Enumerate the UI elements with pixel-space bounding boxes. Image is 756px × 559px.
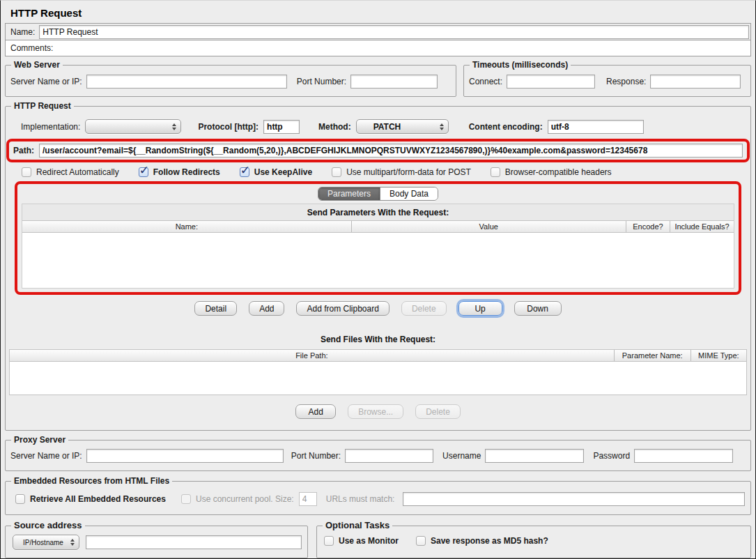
proxy-server-name-input[interactable] [86, 449, 284, 463]
comments-input[interactable] [53, 41, 749, 56]
connect-timeout-label: Connect: [469, 77, 502, 86]
method-dropdown[interactable]: PATCH [356, 119, 449, 134]
server-name-input[interactable] [86, 75, 287, 89]
optional-tasks-group: Optional Tasks Use as Monitor Save respo… [316, 526, 751, 558]
browse-button: Browse... [348, 404, 403, 419]
use-keepalive-checkbox[interactable]: Use KeepAlive [240, 167, 312, 177]
pool-size-input [299, 492, 317, 506]
comments-row: Comments: [6, 40, 750, 56]
column-header-mime-type[interactable]: MIME Type: [691, 350, 746, 361]
files-table-header: File Path: Parameter Name: MIME Type: [10, 350, 746, 362]
port-number-input[interactable] [350, 75, 438, 89]
dropdown-arrows-icon [172, 123, 176, 130]
retrieve-embedded-resources-checkbox[interactable]: Retrieve All Embedded Resources [15, 494, 166, 504]
add-parameter-button[interactable]: Add [249, 301, 284, 316]
protocol-input[interactable] [263, 120, 300, 134]
connect-timeout-input[interactable] [507, 75, 595, 89]
column-header-include-equals[interactable]: Include Equals? [670, 221, 734, 232]
web-server-group: Web Server Server Name or IP: Port Numbe… [5, 65, 456, 97]
files-table-body[interactable] [10, 362, 746, 395]
tab-body-data[interactable]: Body Data [380, 187, 438, 200]
name-row: Name: [6, 24, 750, 40]
proxy-username-label: Username [442, 451, 481, 461]
source-address-input[interactable] [86, 535, 302, 549]
checkbox-label: Redirect Automatically [36, 167, 119, 177]
response-timeout-label: Response: [606, 77, 646, 86]
protocol-label: Protocol [http]: [198, 122, 259, 132]
implementation-label: Implementation: [21, 122, 80, 132]
urls-must-match-input[interactable] [403, 492, 745, 506]
implementation-dropdown[interactable] [85, 119, 181, 134]
save-response-md5-checkbox[interactable]: Save response as MD5 hash? [416, 536, 548, 546]
column-header-value[interactable]: Value [351, 221, 626, 232]
send-parameters-caption: Send Parameters With the Request: [22, 204, 734, 220]
proxy-port-label: Port Number: [291, 451, 341, 461]
checkbox-box [416, 536, 426, 546]
add-from-clipboard-button[interactable]: Add from Clipboard [296, 301, 389, 316]
parameters-panel: Send Parameters With the Request: Name: … [22, 204, 734, 289]
column-header-parameter-name[interactable]: Parameter Name: [614, 350, 691, 361]
page-title: HTTP Request [1, 1, 755, 23]
column-header-name[interactable]: Name: [22, 221, 351, 232]
server-name-label: Server Name or IP: [10, 77, 82, 86]
proxy-password-label: Password [593, 451, 630, 461]
checkbox-label: Follow Redirects [153, 167, 220, 177]
checkbox-label: Use as Monitor [339, 536, 399, 546]
use-as-monitor-checkbox[interactable]: Use as Monitor [324, 536, 399, 546]
parameters-bodydata-tabs: Parameters Body Data [318, 187, 438, 201]
web-server-title: Web Server [11, 60, 63, 70]
proxy-server-name-label: Server Name or IP: [10, 451, 82, 461]
redirect-automatically-checkbox[interactable]: Redirect Automatically [22, 167, 119, 177]
files-table: File Path: Parameter Name: MIME Type: [9, 349, 747, 395]
proxy-username-input[interactable] [485, 449, 584, 463]
source-address-type-value: IP/Hostname [20, 539, 66, 546]
timeouts-group: Timeouts (milliseconds) Connect: Respons… [463, 65, 751, 97]
checkbox-label: Save response as MD5 hash? [431, 536, 548, 546]
use-multipart-checkbox[interactable]: Use multipart/form-data for POST [332, 167, 471, 177]
name-label: Name: [10, 27, 35, 37]
tab-parameters[interactable]: Parameters [318, 187, 380, 200]
source-address-group: Source address IP/Hostname [5, 526, 308, 558]
column-header-encode[interactable]: Encode? [626, 221, 670, 232]
content-encoding-label: Content encoding: [469, 122, 543, 132]
path-label: Path: [13, 146, 34, 155]
content-encoding-input[interactable] [548, 120, 644, 134]
http-request-sampler-panel: HTTP Request Name: Comments: Web Server … [0, 0, 756, 559]
method-label: Method: [318, 122, 351, 132]
parameters-table-header: Name: Value Encode? Include Equals? [22, 220, 734, 233]
source-address-type-dropdown[interactable]: IP/Hostname [13, 535, 79, 550]
path-input[interactable] [39, 144, 743, 158]
method-value: PATCH [364, 122, 435, 132]
highlight-box-parameters: Parameters Body Data Send Parameters Wit… [15, 181, 741, 295]
add-file-button[interactable]: Add [295, 404, 336, 419]
checkbox-box [491, 167, 500, 177]
proxy-port-input[interactable] [345, 449, 433, 463]
checkbox-box [15, 494, 25, 504]
follow-redirects-checkbox[interactable]: Follow Redirects [139, 167, 220, 177]
browser-compatible-headers-checkbox[interactable]: Browser-compatible headers [491, 167, 612, 177]
name-input[interactable] [39, 25, 749, 39]
checkbox-label: Use concurrent pool. Size: [196, 494, 294, 504]
concurrent-pool-checkbox: Use concurrent pool. Size: [181, 494, 294, 504]
down-button[interactable]: Down [514, 301, 562, 316]
embedded-resources-title: Embedded Resources from HTML Files [11, 476, 172, 486]
highlight-box-path: Path: [6, 139, 750, 162]
checkbox-label: Browser-compatible headers [505, 167, 612, 177]
http-request-group: HTTP Request Implementation: Protocol [h… [5, 106, 751, 431]
checkbox-box [181, 494, 191, 504]
http-request-group-title: HTTP Request [11, 101, 74, 111]
checkbox-box [240, 167, 249, 177]
checkbox-label: Use multipart/form-data for POST [346, 167, 471, 177]
dropdown-arrows-icon [440, 123, 444, 130]
response-timeout-input[interactable] [650, 75, 741, 89]
send-files-caption: Send Files With the Request: [6, 335, 750, 344]
embedded-resources-group: Embedded Resources from HTML Files Retri… [5, 481, 751, 515]
parameters-table-body[interactable] [22, 233, 734, 289]
checkbox-box [22, 167, 31, 177]
proxy-password-input[interactable] [634, 449, 733, 463]
optional-tasks-title: Optional Tasks [323, 521, 392, 530]
up-button[interactable]: Up [458, 301, 502, 316]
detail-button[interactable]: Detail [194, 301, 237, 316]
column-header-file-path[interactable]: File Path: [10, 350, 614, 361]
port-number-label: Port Number: [297, 77, 346, 86]
